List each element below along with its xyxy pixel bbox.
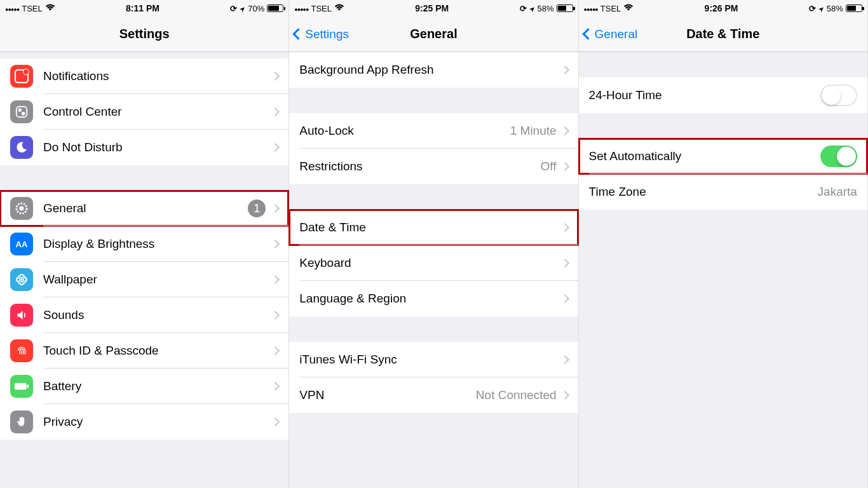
orientation-lock-icon [230,4,237,13]
row-auto-lock[interactable]: Auto-Lock 1 Minute [289,113,578,149]
row-label: Time Zone [589,185,818,199]
row-wallpaper[interactable]: Wallpaper [0,262,288,297]
chevron-right-icon [560,294,569,303]
wifi-icon [334,4,344,13]
chevron-right-icon [271,311,280,320]
row-do-not-disturb[interactable]: Do Not Disturb [0,130,288,165]
carrier-label: TSEL [22,4,43,13]
signal-dots-icon [294,4,308,13]
row-set-automatically[interactable]: Set Automatically [579,139,867,174]
row-label: Touch ID & Passcode [43,344,272,358]
chevron-left-icon [293,28,304,39]
chevron-right-icon [560,126,569,135]
carrier-label: TSEL [600,4,621,13]
row-label: Set Automatically [589,149,820,163]
row-label: General [43,201,248,215]
chevron-right-icon [560,223,569,232]
chevron-right-icon [560,355,569,364]
row-label: Keyboard [299,256,561,270]
battery-icon [557,4,573,12]
fingerprint-icon [10,339,33,362]
row-battery[interactable]: Battery [0,369,288,404]
row-time-zone[interactable]: Time Zone Jakarta [579,174,867,210]
chevron-right-icon [271,72,280,81]
row-date-time[interactable]: Date & Time [289,210,578,245]
toggle-24-hour[interactable] [820,85,857,106]
wifi-icon [623,4,634,13]
row-language-region[interactable]: Language & Region [289,281,578,316]
row-label: Sounds [43,308,272,322]
screen-settings: TSEL 8:11 PM 70% Settings Notifications … [0,0,289,488]
signal-dots-icon [584,4,598,13]
svg-rect-12 [27,384,29,388]
row-bg-app-refresh[interactable]: Background App Refresh [289,52,578,88]
status-bar: TSEL 9:26 PM 58% [579,0,867,17]
row-value: 1 Minute [510,124,557,138]
display-icon: AA [10,233,33,255]
chevron-right-icon [271,382,280,391]
battery-icon [267,4,283,12]
status-bar: TSEL 9:25 PM 58% [289,0,578,17]
control-center-icon [10,100,33,123]
status-time: 8:11 PM [126,3,159,13]
row-general[interactable]: General 1 [0,191,288,226]
row-control-center[interactable]: Control Center [0,94,288,130]
screen-general: TSEL 9:25 PM 58% Settings General Backgr… [289,0,578,488]
row-sounds[interactable]: Sounds [0,297,288,333]
status-time: 9:25 PM [415,3,449,13]
badge-count: 1 [248,200,266,217]
wifi-icon [45,4,55,13]
row-label: Wallpaper [43,273,272,287]
speaker-icon [10,304,33,327]
row-label: Auto-Lock [299,124,510,138]
row-label: Privacy [43,415,272,429]
row-label: Control Center [43,105,272,119]
row-label: Notifications [43,69,272,83]
battery-icon [10,375,33,398]
svg-point-2 [22,112,25,116]
svg-point-6 [20,278,23,281]
chevron-right-icon [271,204,280,213]
chevron-right-icon [560,259,569,268]
back-button[interactable]: General [579,27,638,41]
page-title: Settings [0,27,288,41]
svg-point-4 [20,207,24,211]
row-value: Off [541,159,557,173]
row-itunes-wifi-sync[interactable]: iTunes Wi-Fi Sync [289,342,578,377]
chevron-right-icon [560,65,569,74]
row-notifications[interactable]: Notifications [0,58,288,94]
battery-percent: 70% [248,4,264,13]
location-icon [529,4,535,13]
chevron-right-icon [271,417,280,426]
battery-icon [846,4,862,12]
orientation-lock-icon [809,4,816,13]
chevron-left-icon [582,28,593,39]
chevron-right-icon [271,240,280,248]
toggle-set-automatically[interactable] [820,146,857,167]
row-label: Battery [43,379,272,393]
back-label: Settings [305,27,349,41]
signal-dots-icon [5,4,19,13]
carrier-label: TSEL [311,4,332,13]
row-restrictions[interactable]: Restrictions Off [289,149,578,184]
row-24-hour-time[interactable]: 24-Hour Time [579,78,867,113]
location-icon [818,4,824,13]
row-display-brightness[interactable]: AA Display & Brightness [0,226,288,262]
row-vpn[interactable]: VPN Not Connected [289,377,578,413]
gear-icon [10,197,33,220]
row-privacy[interactable]: Privacy [0,404,288,440]
row-keyboard[interactable]: Keyboard [289,245,578,281]
navbar: General Date & Time [579,17,867,52]
empty-area [579,210,867,488]
screen-date-time: TSEL 9:26 PM 58% General Date & Time 24-… [579,0,868,488]
chevron-right-icon [271,346,280,355]
navbar: Settings [0,17,288,52]
battery-percent: 58% [827,4,843,13]
wallpaper-icon [10,268,33,291]
row-value: Jakarta [818,185,857,199]
back-button[interactable]: Settings [289,27,349,41]
row-touch-id[interactable]: Touch ID & Passcode [0,333,288,369]
row-value: Not Connected [476,388,557,402]
status-time: 9:26 PM [705,3,738,13]
chevron-right-icon [271,143,280,152]
